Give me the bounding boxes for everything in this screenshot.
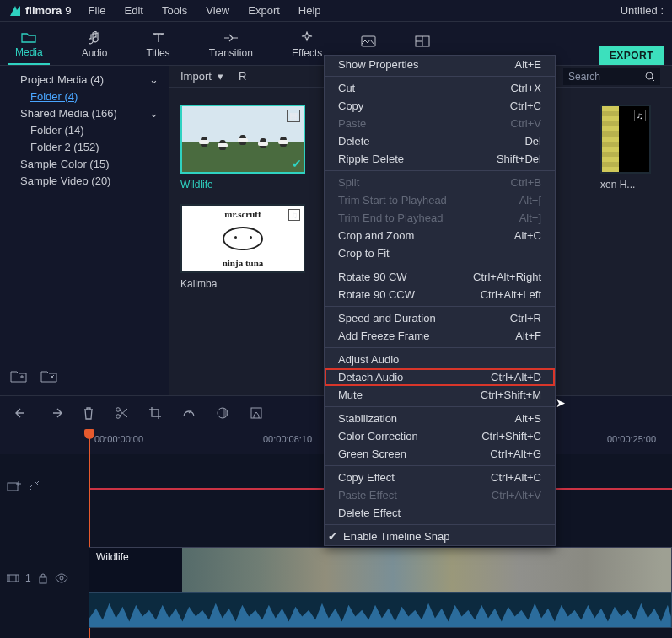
menu-item[interactable]: Color CorrectionCtrl+Shift+C [325,427,555,445]
crop-icon[interactable] [148,406,162,420]
tab-effects-label: Effects [292,47,322,59]
menu-item[interactable]: Crop to Fit [325,244,555,262]
import-button[interactable]: Import ▾ [180,70,223,83]
menu-separator [325,465,555,466]
sidebar: Project Media (4)⌄Folder (4)Shared Media… [0,66,169,395]
thumb-xen[interactable]: ♫ xen H... [600,105,651,190]
unlink-icon[interactable] [27,480,40,493]
thumb-kalimba[interactable]: mr.scruff ninja tuna ♫ Kalimba [180,204,305,290]
redo-icon[interactable] [49,407,62,419]
menu-item-accel: Alt+[ [519,194,541,206]
menu-item-accel: Ctrl+B [511,176,541,189]
menu-tools[interactable]: Tools [162,4,187,17]
menu-item[interactable]: Rotate 90 CCWCtrl+Alt+Left [325,286,555,303]
menu-separator [325,347,555,348]
undo-icon[interactable] [15,407,29,419]
tab-media[interactable]: Media [8,22,50,65]
menu-item[interactable]: Rotate 90 CWCtrl+Alt+Right [325,268,555,286]
menu-separator [325,406,555,407]
menu-item-label: Cut [338,82,355,94]
sidebar-item[interactable]: Project Media (4)⌄ [10,71,159,88]
thumb-wildlife[interactable]: ▦ ✔ Wildlife [180,105,305,190]
svg-rect-6 [251,408,261,418]
menu-item-label: Detach Audio [338,371,403,383]
tab-effects[interactable]: Effects [285,22,329,65]
menu-item-label: Copy [338,99,363,112]
trash-icon[interactable] [83,406,94,420]
menu-item[interactable]: Green ScreenCtrl+Alt+G [325,445,555,463]
chevron-down-icon[interactable]: ⌄ [149,107,159,120]
greenscreen-icon[interactable] [250,406,263,420]
menu-item[interactable]: ✔Enable Timeline Snap [325,528,555,545]
sidebar-item[interactable]: Folder (4) [10,88,159,105]
menu-item-accel: Ctrl+Alt+C [491,471,541,484]
menu-item-label: Color Correction [338,430,418,442]
timeline-clip[interactable]: Wildlife [89,547,672,631]
sidebar-item-label: Shared Media (166) [20,107,117,120]
scissors-icon[interactable] [115,406,128,420]
record-button[interactable]: R [239,70,246,83]
sidebar-item-label: Folder (14) [30,124,84,137]
filmora-logo-icon [8,4,22,18]
menu-item-label: Trim Start to Playhead [338,194,447,206]
menu-item[interactable]: Add Freeze FrameAlt+F [325,327,555,345]
sidebar-item[interactable]: Sample Video (20) [10,172,159,189]
grid-icon: ▦ [287,110,300,122]
delete-folder-icon[interactable] [40,369,57,383]
menu-item[interactable]: Speed and DurationCtrl+R [325,309,555,327]
menu-item[interactable]: Crop and ZoomAlt+C [325,227,555,244]
menu-separator [325,265,555,265]
menu-item-label: Add Freeze Frame [338,330,429,342]
sidebar-item[interactable]: Sample Color (15) [10,155,159,172]
app-name: filmora [25,4,62,17]
menu-item[interactable]: Ripple DeleteShift+Del [325,150,555,168]
menu-item[interactable]: Delete Effect [325,504,555,522]
menu-item[interactable]: MuteCtrl+Shift+M [325,386,555,404]
track-add-controls[interactable] [7,480,40,493]
video-track[interactable]: Wildlife [89,547,672,592]
add-track-icon[interactable] [7,480,22,492]
tab-audio-label: Audio [82,47,108,59]
sidebar-item[interactable]: Folder 2 (152) [10,138,159,155]
thumb-label: xen H... [600,179,651,190]
menu-export[interactable]: Export [248,4,280,17]
eye-icon[interactable] [55,573,68,583]
sidebar-item[interactable]: Shared Media (166)⌄ [10,105,159,121]
menu-item[interactable]: Show PropertiesAlt+E [325,56,555,73]
menu-edit[interactable]: Edit [125,4,143,17]
export-button[interactable]: EXPORT [599,46,664,65]
tab-titles[interactable]: Titles [139,22,176,65]
menu-item-accel: Ctrl+V [511,117,541,130]
search-input[interactable]: Search [563,68,660,85]
tab-transition[interactable]: Transition [202,22,260,65]
speed-icon[interactable] [182,406,196,420]
sidebar-item[interactable]: Folder (14) [10,121,159,138]
menu-item[interactable]: Copy EffectCtrl+Alt+C [325,469,555,486]
menu-item[interactable]: Adjust Audio [325,351,555,368]
menu-item-accel: Ctrl+Alt+G [490,448,541,460]
menu-item: Paste EffectCtrl+Alt+V [325,486,555,504]
chevron-down-icon[interactable]: ⌄ [149,73,159,86]
new-folder-icon[interactable] [10,369,27,383]
menu-item[interactable]: CopyCtrl+C [325,97,555,115]
menu-help[interactable]: Help [298,4,321,17]
search-icon [645,72,655,82]
menu-item[interactable]: Detach AudioCtrl+Alt+D [325,368,555,386]
menu-item[interactable]: DeleteDel [325,132,555,150]
titlebar: filmora9 File Edit Tools View Export Hel… [0,0,672,22]
sparkle-icon [300,30,314,46]
sidebar-item-label: Sample Color (15) [20,158,110,170]
color-icon[interactable] [216,406,229,420]
menu-item-label: Speed and Duration [338,312,436,324]
menu-item[interactable]: CutCtrl+X [325,79,555,97]
menu-file[interactable]: File [89,4,106,17]
audio-track[interactable] [89,592,672,628]
music-note-icon: ♫ [634,110,646,121]
lock-icon[interactable] [38,572,48,584]
sidebar-item-label: Sample Video (20) [20,174,110,187]
menu-item[interactable]: StabilizationAlt+S [325,410,555,427]
menu-item: Trim Start to PlayheadAlt+[ [325,191,555,209]
tab-audio[interactable]: Audio [75,22,115,65]
thumb-label: Wildlife [180,179,305,190]
menu-view[interactable]: View [206,4,229,17]
